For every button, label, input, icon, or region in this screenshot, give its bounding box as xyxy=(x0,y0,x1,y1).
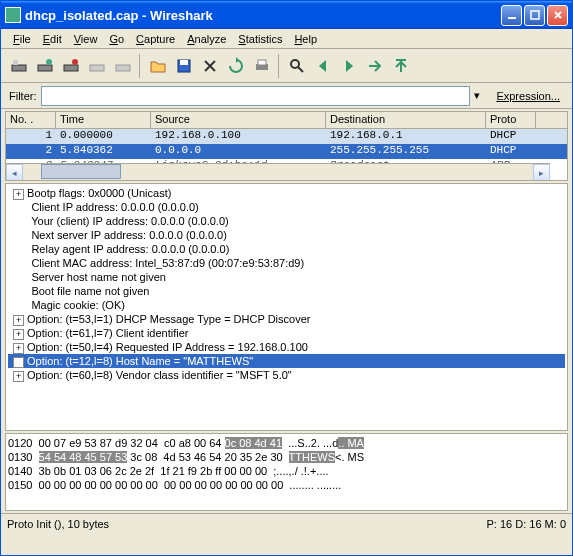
packet-row[interactable]: 1 0.000000 192.168.0.100 192.168.0.1 DHC… xyxy=(6,129,567,144)
hex-row[interactable]: 0150 00 00 00 00 00 00 00 00 00 00 00 00… xyxy=(8,478,565,492)
detail-line[interactable]: Your (client) IP address: 0.0.0.0 (0.0.0… xyxy=(8,214,565,228)
col-source[interactable]: Source xyxy=(151,112,326,128)
svg-rect-9 xyxy=(116,65,130,71)
col-destination[interactable]: Destination xyxy=(326,112,486,128)
svg-rect-13 xyxy=(258,60,266,65)
svg-rect-3 xyxy=(13,60,18,65)
toolbar xyxy=(1,49,572,83)
reload-icon[interactable] xyxy=(224,54,248,78)
packet-row[interactable]: 2 5.840362 0.0.0.0 255.255.255.255 DHCP xyxy=(6,144,567,159)
menu-view[interactable]: View xyxy=(68,31,104,47)
maximize-button[interactable] xyxy=(524,5,545,26)
interfaces-icon[interactable] xyxy=(7,54,31,78)
hex-row[interactable]: 0120 00 07 e9 53 87 d9 32 04 c0 a8 00 64… xyxy=(8,436,565,450)
col-no[interactable]: No. . xyxy=(6,112,56,128)
svg-point-7 xyxy=(72,59,78,65)
menu-edit[interactable]: Edit xyxy=(37,31,68,47)
goto-first-icon[interactable] xyxy=(389,54,413,78)
svg-point-14 xyxy=(291,60,299,68)
svg-rect-4 xyxy=(38,65,52,71)
window-title: dhcp_isolated.cap - Wireshark xyxy=(25,8,501,23)
hex-row[interactable]: 0140 3b 0b 01 03 06 2c 2e 2f 1f 21 f9 2b… xyxy=(8,464,565,478)
svg-rect-8 xyxy=(90,65,104,71)
minimize-button[interactable] xyxy=(501,5,522,26)
find-icon[interactable] xyxy=(285,54,309,78)
detail-line[interactable]: +Option: (t=60,l=8) Vendor class identif… xyxy=(8,368,565,382)
detail-line[interactable]: +Bootp flags: 0x0000 (Unicast) xyxy=(8,186,565,200)
expand-icon[interactable]: + xyxy=(13,343,24,354)
filter-bar: Filter: ▾ Expression... xyxy=(1,83,572,109)
detail-line[interactable]: Boot file name not given xyxy=(8,284,565,298)
filter-dropdown-icon[interactable]: ▾ xyxy=(474,89,488,103)
filter-label: Filter: xyxy=(9,90,37,102)
svg-line-15 xyxy=(298,67,303,72)
hex-pane[interactable]: 0120 00 07 e9 53 87 d9 32 04 c0 a8 00 64… xyxy=(5,433,568,511)
expand-icon[interactable]: + xyxy=(13,329,24,340)
filter-input[interactable] xyxy=(41,86,471,106)
svg-rect-6 xyxy=(64,65,78,71)
packet-list-header[interactable]: No. . Time Source Destination Proto xyxy=(6,112,567,129)
svg-rect-11 xyxy=(180,60,188,65)
status-left: Proto Init (), 10 bytes xyxy=(7,518,487,530)
menubar: File Edit View Go Capture Analyze Statis… xyxy=(1,29,572,49)
open-icon[interactable] xyxy=(146,54,170,78)
detail-line[interactable]: +Option: (t=50,l=4) Requested IP Address… xyxy=(8,340,565,354)
titlebar[interactable]: dhcp_isolated.cap - Wireshark xyxy=(1,1,572,29)
back-icon[interactable] xyxy=(311,54,335,78)
expand-icon[interactable]: + xyxy=(13,189,24,200)
expand-icon[interactable]: + xyxy=(13,371,24,382)
detail-line[interactable]: Client IP address: 0.0.0.0 (0.0.0.0) xyxy=(8,200,565,214)
menu-help[interactable]: Help xyxy=(288,31,323,47)
menu-analyze[interactable]: Analyze xyxy=(181,31,232,47)
menu-file[interactable]: File xyxy=(7,31,37,47)
detail-line[interactable]: Magic cookie: (OK) xyxy=(8,298,565,312)
menu-go[interactable]: Go xyxy=(103,31,130,47)
expand-icon[interactable]: + xyxy=(13,315,24,326)
menu-capture[interactable]: Capture xyxy=(130,31,181,47)
app-icon xyxy=(5,7,21,23)
detail-line[interactable]: +Option: (t=12,l=8) Host Name = "MATTHEW… xyxy=(8,354,565,368)
print-icon[interactable] xyxy=(250,54,274,78)
restart-capture-icon[interactable] xyxy=(111,54,135,78)
detail-line[interactable]: +Option: (t=53,l=1) DHCP Message Type = … xyxy=(8,312,565,326)
col-protocol[interactable]: Proto xyxy=(486,112,536,128)
svg-rect-0 xyxy=(508,17,516,19)
detail-line[interactable]: Relay agent IP address: 0.0.0.0 (0.0.0.0… xyxy=(8,242,565,256)
packet-list-pane: No. . Time Source Destination Proto 1 0.… xyxy=(5,111,568,181)
col-time[interactable]: Time xyxy=(56,112,151,128)
status-right: P: 16 D: 16 M: 0 xyxy=(487,518,566,530)
detail-line[interactable]: Client MAC address: Intel_53:87:d9 (00:0… xyxy=(8,256,565,270)
svg-rect-2 xyxy=(12,65,26,71)
menu-statistics[interactable]: Statistics xyxy=(232,31,288,47)
svg-point-5 xyxy=(46,59,52,65)
statusbar: Proto Init (), 10 bytes P: 16 D: 16 M: 0 xyxy=(1,513,572,533)
svg-rect-1 xyxy=(531,11,539,19)
expression-button[interactable]: Expression... xyxy=(492,88,564,104)
h-scrollbar[interactable]: ◂▸ xyxy=(6,163,550,180)
stop-capture-icon[interactable] xyxy=(85,54,109,78)
save-icon[interactable] xyxy=(172,54,196,78)
main-window: dhcp_isolated.cap - Wireshark File Edit … xyxy=(0,0,573,556)
options-icon[interactable] xyxy=(33,54,57,78)
hex-row[interactable]: 0130 54 54 48 45 57 53 3c 08 4d 53 46 54… xyxy=(8,450,565,464)
detail-line[interactable]: Server host name not given xyxy=(8,270,565,284)
detail-line[interactable]: Next server IP address: 0.0.0.0 (0.0.0.0… xyxy=(8,228,565,242)
forward-icon[interactable] xyxy=(337,54,361,78)
packet-details-pane[interactable]: +Bootp flags: 0x0000 (Unicast) Client IP… xyxy=(5,183,568,431)
close-button[interactable] xyxy=(547,5,568,26)
expand-icon[interactable]: + xyxy=(13,357,24,368)
close-file-icon[interactable] xyxy=(198,54,222,78)
start-capture-icon[interactable] xyxy=(59,54,83,78)
goto-icon[interactable] xyxy=(363,54,387,78)
detail-line[interactable]: +Option: (t=61,l=7) Client identifier xyxy=(8,326,565,340)
